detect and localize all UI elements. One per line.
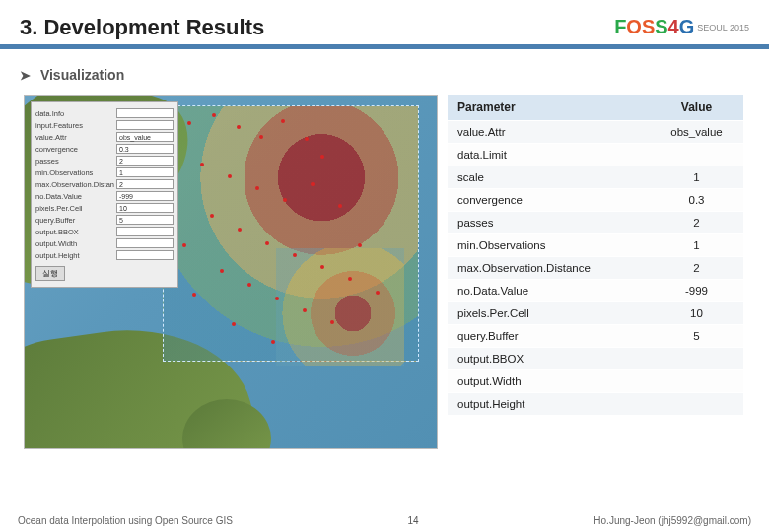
table-header-param: Parameter bbox=[448, 95, 650, 121]
arrow-icon: ➤ bbox=[20, 68, 31, 83]
table-header-value: Value bbox=[650, 95, 743, 121]
panel-label: max.Observation.Distance bbox=[35, 180, 114, 189]
panel-field[interactable]: -999 bbox=[116, 191, 174, 201]
table-row: query.Buffer5 bbox=[448, 325, 743, 348]
heatmap-overlay bbox=[276, 248, 404, 366]
logo: FOSS4G SEOUL 2015 bbox=[614, 16, 749, 38]
parameter-table: Parameter Value value.Attrobs_value data… bbox=[448, 95, 743, 415]
control-panel: data.Info input.Features value.Attrobs_v… bbox=[31, 101, 178, 288]
table-row: passes2 bbox=[448, 212, 743, 234]
footer-left: Ocean data Interpolation using Open Sour… bbox=[18, 515, 233, 526]
table-row: pixels.Per.Cell10 bbox=[448, 302, 743, 325]
section-label: Visualization bbox=[40, 67, 124, 83]
panel-label: output.BBOX bbox=[35, 228, 114, 236]
content: data.Info input.Features value.Attrobs_v… bbox=[0, 89, 769, 449]
panel-field[interactable]: 0.3 bbox=[116, 144, 174, 154]
footer-right: Ho.Jung-Jeon (jhj5992@gmail.com) bbox=[594, 515, 751, 526]
panel-label: output.Width bbox=[35, 239, 114, 248]
panel-label: input.Features bbox=[35, 121, 114, 130]
page-title: 3. Development Results bbox=[20, 15, 264, 40]
panel-label: min.Observations bbox=[35, 168, 114, 177]
panel-label: no.Data.Value bbox=[35, 192, 114, 201]
panel-field[interactable]: obs_value bbox=[116, 132, 174, 142]
panel-field[interactable] bbox=[116, 120, 174, 130]
section-heading: ➤ Visualization bbox=[0, 49, 769, 89]
panel-field[interactable]: 5 bbox=[116, 215, 174, 225]
table-row: max.Observation.Distance2 bbox=[448, 257, 743, 280]
footer: Ocean data Interpolation using Open Sour… bbox=[0, 515, 769, 526]
table-row: no.Data.Value-999 bbox=[448, 280, 743, 302]
panel-label: data.Info bbox=[35, 109, 114, 118]
logo-text: FOSS4G bbox=[614, 16, 694, 38]
table-row: convergence0.3 bbox=[448, 189, 743, 212]
panel-field[interactable] bbox=[116, 108, 174, 118]
panel-field[interactable]: 2 bbox=[116, 179, 174, 189]
panel-label: pixels.Per.Cell bbox=[35, 204, 114, 213]
table-row: output.BBOX bbox=[448, 348, 743, 370]
page-number: 14 bbox=[408, 515, 419, 526]
map-visualization[interactable]: data.Info input.Features value.Attrobs_v… bbox=[24, 95, 438, 449]
panel-field[interactable]: 1 bbox=[116, 167, 174, 177]
logo-sub: SEOUL 2015 bbox=[697, 23, 749, 33]
table-row: output.Width bbox=[448, 370, 743, 393]
table-row: output.Height bbox=[448, 393, 743, 416]
table-row: scale1 bbox=[448, 166, 743, 189]
panel-field[interactable] bbox=[116, 238, 174, 248]
header: 3. Development Results FOSS4G SEOUL 2015 bbox=[0, 0, 769, 49]
panel-field[interactable]: 2 bbox=[116, 156, 174, 166]
panel-label: output.Height bbox=[35, 251, 114, 260]
panel-field[interactable] bbox=[116, 250, 174, 260]
panel-label: convergence bbox=[35, 145, 114, 154]
panel-label: value.Attr bbox=[35, 133, 114, 142]
table-row: data.Limit bbox=[448, 144, 743, 166]
panel-label: passes bbox=[35, 157, 114, 166]
panel-label: query.Buffer bbox=[35, 216, 114, 225]
panel-field[interactable]: 10 bbox=[116, 203, 174, 213]
panel-field[interactable] bbox=[116, 227, 174, 236]
table-row: value.Attrobs_value bbox=[448, 121, 743, 144]
run-button[interactable]: 실행 bbox=[35, 266, 65, 281]
table-row: min.Observations1 bbox=[448, 234, 743, 257]
